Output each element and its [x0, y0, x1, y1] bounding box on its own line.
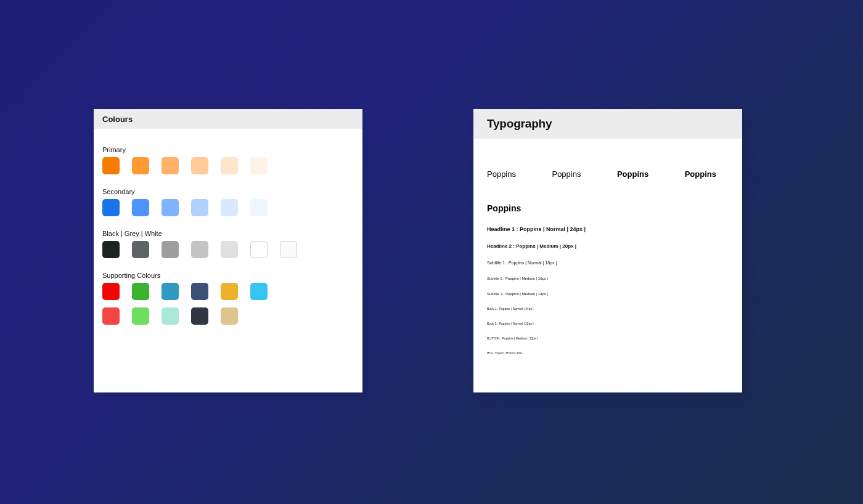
- swatch-row: [102, 241, 354, 258]
- type-spec-line: Menu : Poppins | Medium | 10px |: [487, 352, 729, 354]
- colour-group: Supporting Colours: [102, 272, 354, 325]
- swatch-row: [102, 307, 354, 325]
- colour-swatch: [250, 157, 268, 174]
- colour-group-label: Black | Grey | White: [102, 230, 354, 237]
- colour-swatch: [191, 199, 208, 216]
- colour-group-label: Supporting Colours: [102, 272, 354, 279]
- colour-swatch: [221, 157, 238, 174]
- colour-group: Secondary: [102, 188, 354, 216]
- colour-swatch: [250, 283, 268, 300]
- colour-swatch: [132, 283, 149, 300]
- colour-swatch: [221, 283, 238, 300]
- type-spec-line: Body 1 : Poppins | Normal | 14px |: [487, 307, 729, 311]
- colour-swatch: [191, 241, 208, 258]
- swatch-row: [102, 199, 354, 216]
- colour-swatch: [221, 199, 238, 216]
- colour-swatch: [250, 241, 268, 258]
- type-spec-line: Headline 1 : Poppins | Normal | 24px |: [487, 227, 729, 232]
- colour-swatch: [132, 241, 149, 258]
- type-spec-line: Body 2 : Poppins | Normal | 12px |: [487, 322, 729, 325]
- colour-swatch: [102, 241, 120, 258]
- colour-swatch: [132, 307, 149, 325]
- typography-card: Typography PoppinsPoppinsPoppinsPoppins …: [473, 109, 742, 392]
- colour-swatch: [191, 307, 208, 325]
- typography-card-body: PoppinsPoppinsPoppinsPoppins Poppins Hea…: [473, 139, 742, 354]
- type-spec-line: Subtitle 3 : Poppins | Medium | 14px |: [487, 292, 729, 296]
- colour-group-label: Primary: [102, 146, 354, 153]
- colour-swatch: [250, 199, 268, 216]
- colour-swatch: [162, 199, 179, 216]
- colour-group: Black | Grey | White: [102, 230, 354, 258]
- colours-card-title: Colours: [102, 115, 133, 124]
- colour-swatch: [132, 157, 149, 174]
- colours-card: Colours PrimarySecondaryBlack | Grey | W…: [94, 109, 362, 392]
- font-weight-sample: Poppins: [552, 169, 581, 179]
- type-spec-line: Headline 2 : Poppins | Medium | 20px |: [487, 244, 729, 249]
- colour-swatch: [221, 307, 238, 325]
- swatch-row: [102, 157, 354, 174]
- type-spec-line: Subtitle 2 : Poppins | Medium | 16px |: [487, 277, 729, 280]
- swatch-row: [102, 283, 354, 300]
- colour-swatch: [162, 241, 179, 258]
- colour-swatch: [102, 199, 120, 216]
- type-spec-line: Subtitle 1 : Poppins | Normal | 18px |: [487, 261, 729, 265]
- colours-card-header: Colours: [94, 109, 362, 129]
- colour-swatch: [162, 157, 179, 174]
- font-weight-sample: Poppins: [487, 169, 516, 179]
- type-spec-list: Headline 1 : Poppins | Normal | 24px |He…: [487, 227, 729, 354]
- colour-swatch: [102, 307, 120, 325]
- font-weight-row: PoppinsPoppinsPoppinsPoppins: [487, 169, 716, 179]
- type-spec-line: BUTTON : Poppins | Medium | 13px |: [487, 337, 729, 340]
- font-weight-sample: Poppins: [617, 169, 648, 179]
- font-family-name: Poppins: [487, 203, 729, 213]
- colour-swatch: [102, 157, 120, 174]
- colour-group-label: Secondary: [102, 188, 354, 195]
- colour-swatch: [162, 307, 179, 325]
- font-weight-sample: Poppins: [685, 169, 716, 179]
- colours-card-body: PrimarySecondaryBlack | Grey | WhiteSupp…: [94, 129, 362, 325]
- colour-swatch: [102, 283, 120, 300]
- typography-card-header: Typography: [473, 109, 742, 139]
- colour-group: Primary: [102, 146, 354, 174]
- colour-swatch: [280, 241, 297, 258]
- colour-swatch: [221, 241, 238, 258]
- colour-swatch: [162, 283, 179, 300]
- colour-swatch: [191, 157, 208, 174]
- typography-card-title: Typography: [487, 117, 552, 131]
- colour-swatch: [132, 199, 149, 216]
- colour-swatch: [191, 283, 208, 300]
